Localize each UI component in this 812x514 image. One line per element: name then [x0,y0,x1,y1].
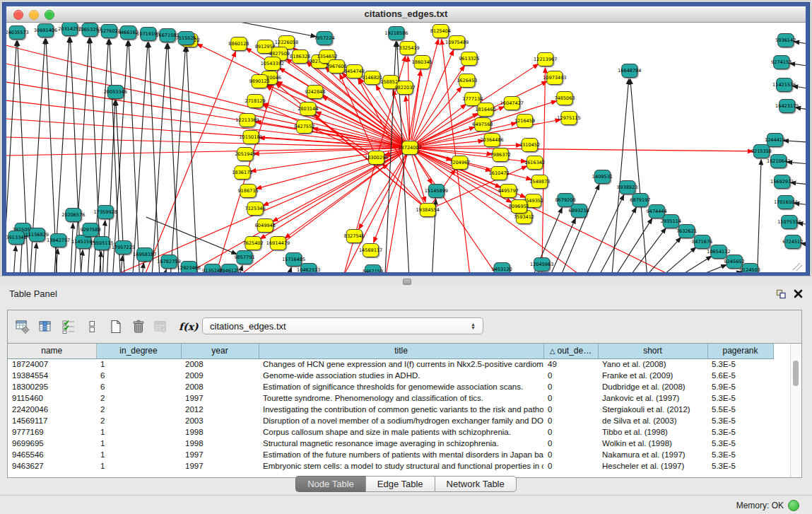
table-cell[interactable]: 1 [96,358,181,370]
table-cell[interactable]: Tibbo et al. (1998) [598,426,707,438]
graph-node[interactable]: 11075334 [777,216,801,229]
graph-node[interactable]: 6049948 [255,219,276,233]
table-cell[interactable]: 9465546 [8,449,96,460]
table-cell[interactable]: Structural magnetic resonance image aver… [259,438,543,449]
column-header-year[interactable]: year [181,344,259,358]
function-builder-button[interactable]: f(x) [177,317,199,337]
close-panel-icon[interactable] [793,288,804,299]
graph-node[interactable]: 15692971 [770,175,794,189]
graph-node[interactable]: 9613325 [459,52,479,66]
table-cell[interactable]: Dudbridge et al. (2008) [598,381,707,392]
new-table-button[interactable] [107,317,125,337]
table-cell[interactable]: 2003 [181,415,259,426]
table-cell[interactable]: 5.3E-5 [707,415,773,426]
table-row[interactable]: 1830029562008Estimation of significance … [8,381,773,392]
table-cell[interactable]: 1997 [181,460,259,472]
table-cell[interactable]: Changes of HCN gene expression and I(f) … [259,358,543,370]
graph-node[interactable]: 1860345 [412,56,433,69]
table-cell[interactable]: 2 [96,392,181,404]
graph-node[interactable]: 8186328 [290,50,310,64]
graph-node[interactable]: 6893214 [569,204,589,218]
column-header-short[interactable]: short [598,344,707,358]
graph-node[interactable]: 8125404 [430,25,451,38]
graph-node[interactable]: 6497568 [472,118,493,132]
graph-node[interactable]: 12045963 [530,258,553,271]
graph-node[interactable]: 14569117 [359,244,382,257]
table-cell[interactable]: 5.5E-5 [707,404,773,415]
graph-node[interactable]: 19218586 [384,27,408,40]
graph-node[interactable]: 2803144 [298,103,318,116]
column-header-name[interactable]: name [8,344,96,358]
graph-node[interactable]: 2935114 [661,215,681,228]
table-row[interactable]: 2242004622012Investigating the contribut… [8,404,773,415]
graph-node[interactable]: 1816460 [475,103,495,117]
graph-node[interactable]: 8096951 [509,200,529,214]
table-cell[interactable]: 1 [96,449,181,460]
graph-node[interactable]: 5936142 [775,34,796,47]
graph-node[interactable]: 8860128 [228,37,249,51]
column-header-title[interactable]: title [259,344,543,358]
graph-node[interactable]: 16423175 [775,100,799,113]
table-cell[interactable]: 2008 [181,358,259,370]
graph-node[interactable]: 1610472 [489,167,510,180]
table-cell[interactable]: 6 [96,381,181,392]
graph-node[interactable]: 12975115 [557,112,580,125]
table-cell[interactable]: 49 [543,358,598,370]
graph-node[interactable]: 2051945 [235,148,255,161]
table-cell[interactable]: Yano et al. (2008) [598,358,707,370]
graph-node[interactable]: 1216459 [514,115,535,128]
graph-node[interactable]: 1836173 [232,166,252,180]
graph-node[interactable]: 20206576 [61,209,85,222]
tab-network-table[interactable]: Network Table [435,476,517,492]
graph-node[interactable]: 6724512 [782,235,803,249]
table-cell[interactable]: 5.3E-5 [707,358,773,370]
splitter-grip[interactable] [403,279,411,285]
table-cell[interactable]: 9699695 [8,438,96,449]
table-cell[interactable]: Genome-wide association studies in ADHD. [259,370,543,381]
table-cell[interactable]: 2012 [181,404,259,415]
table-cell[interactable]: 9463627 [8,460,96,472]
graph-node[interactable]: 9857791 [234,251,254,264]
table-cell[interactable]: Franke et al. (2009) [598,370,707,381]
table-cell[interactable]: 1 [96,460,181,472]
graph-node[interactable]: 9124503 [740,264,760,273]
graph-node[interactable]: 6879197 [630,194,650,207]
column-header-out_de[interactable]: △out_de… [543,344,598,358]
table-cell[interactable]: Hescheler et al. (1997) [598,460,707,472]
graph-node[interactable]: 9242848 [305,86,325,99]
graph-node[interactable]: 9245652 [724,255,745,269]
show-columns-button[interactable] [36,317,54,337]
graph-node[interactable]: 15145899 [425,185,448,198]
table-row[interactable]: 1456911722003Disruption of a novel membe… [8,415,773,426]
table-cell[interactable]: 2008 [181,381,259,392]
table-cell[interactable]: 6 [96,370,181,381]
table-cell[interactable]: 5.9E-5 [707,381,773,392]
delete-table-button[interactable] [129,317,148,337]
graph-node[interactable]: 1310452 [519,139,540,152]
table-cell[interactable]: Tourette syndrome. Phenomenology and cla… [259,392,543,404]
table-cell[interactable]: 9777169 [8,426,96,438]
graph-node[interactable]: 8327546 [344,230,365,243]
table-row[interactable]: 911546021997Tourette syndrome. Phenomeno… [8,392,773,404]
table-cell[interactable]: 1998 [181,438,259,449]
table-cell[interactable]: 0 [543,415,598,426]
table-cell[interactable]: 0 [543,392,598,404]
graph-node[interactable]: 8215358 [751,145,772,158]
graph-node[interactable]: 7515526 [176,32,196,45]
table-cell[interactable]: Corpus callosum shape and size in male p… [259,426,543,438]
table-cell[interactable]: 9115460 [8,392,96,404]
graph-node[interactable]: 10973493 [543,71,566,85]
graph-node[interactable]: 30691406 [34,24,57,37]
clear-selection-button[interactable] [83,317,101,337]
table-cell[interactable]: 0 [543,438,598,449]
graph-node[interactable]: 16210643 [767,155,790,168]
graph-node[interactable]: 9466162 [118,26,139,40]
table-cell[interactable]: 5.3E-5 [707,449,773,460]
table-cell[interactable]: Estimation of significance thresholds fo… [259,381,543,392]
table-row[interactable]: 946554611997Estimation of the future num… [8,449,773,460]
horizontal-splitter[interactable] [0,276,812,286]
table-cell[interactable]: 5.3E-5 [707,392,773,404]
graph-node[interactable]: 2718129 [245,95,266,108]
table-cell[interactable]: 0 [543,449,598,460]
graph-node[interactable]: 9453120 [492,263,512,273]
